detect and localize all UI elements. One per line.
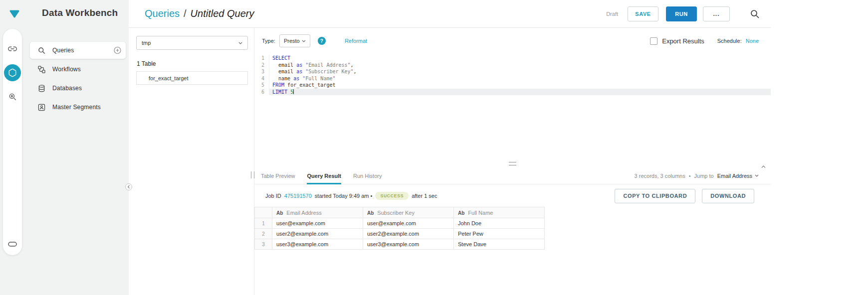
- job-id-label: Job ID: [265, 193, 281, 199]
- console-toggle-icon[interactable]: [8, 242, 17, 247]
- app-window: Data Workbench Queries: [0, 0, 868, 295]
- code-text: LIMIT 5: [269, 89, 771, 96]
- table-cell: user3@example.com: [363, 239, 454, 250]
- top-bar: Queries / Untitled Query Draft SAVE RUN …: [129, 0, 771, 28]
- reformat-link[interactable]: Reformat: [345, 38, 367, 44]
- code-line: 1SELECT: [254, 55, 771, 62]
- breadcrumb: Queries / Untitled Query: [145, 8, 254, 19]
- table-cell: Steve Dave: [454, 239, 545, 250]
- workbench-hexagon-icon[interactable]: [4, 64, 21, 81]
- tab-run-history[interactable]: Run History: [353, 167, 382, 184]
- draft-status-label: Draft: [606, 11, 618, 17]
- sidebar-item-master-segments[interactable]: Master Segments: [30, 99, 126, 116]
- line-number: 3: [254, 68, 269, 75]
- chevron-down-icon: [302, 40, 306, 42]
- new-query-plus-icon[interactable]: [114, 47, 121, 54]
- app-logo-icon[interactable]: [9, 9, 20, 19]
- line-number: 1: [254, 55, 269, 62]
- export-results-checkbox[interactable]: [650, 37, 657, 45]
- results-tabs: Table Preview Query Result Run History 3…: [254, 167, 771, 184]
- sidebar-item-queries[interactable]: Queries: [30, 42, 126, 59]
- table-list-item[interactable]: for_exact_target: [136, 71, 248, 85]
- table-count-label: 1 Table: [137, 60, 156, 67]
- type-label: Type:: [262, 38, 275, 44]
- sidebar-nav: Queries Workflows Databases: [30, 42, 126, 118]
- table-row: 2user2@example.comuser2@example.comPeter…: [255, 229, 545, 239]
- sidebar-item-label: Queries: [52, 47, 74, 54]
- sql-editor[interactable]: 1SELECT2 email as "Email Address",3 emai…: [254, 55, 771, 161]
- jump-to-column-select[interactable]: Email Address: [717, 173, 759, 179]
- save-button[interactable]: SAVE: [628, 6, 658, 21]
- database-select-value: tmp: [142, 40, 151, 46]
- download-button[interactable]: DOWNLOAD: [702, 189, 754, 203]
- database-select[interactable]: tmp: [136, 36, 248, 50]
- export-results-label: Export Results: [662, 37, 704, 45]
- corner-cell: [255, 207, 272, 218]
- code-text: FROM for_exact_target: [269, 82, 771, 89]
- person-card-icon: [38, 104, 45, 111]
- sidebar-item-label: Workflows: [52, 66, 81, 73]
- integrations-link-icon[interactable]: [8, 44, 17, 53]
- engine-select[interactable]: Presto: [279, 34, 310, 47]
- more-options-button[interactable]: ...: [703, 6, 730, 21]
- column-header[interactable]: AbFull Name: [454, 207, 545, 218]
- row-number: 1: [255, 218, 272, 229]
- audit-search-icon[interactable]: [8, 92, 17, 101]
- job-actions: COPY TO CLIPBOARD DOWNLOAD: [615, 189, 754, 203]
- copy-to-clipboard-button[interactable]: COPY TO CLIPBOARD: [615, 189, 695, 203]
- column-label: Email Address: [286, 210, 321, 216]
- breadcrumb-queries-link[interactable]: Queries: [145, 8, 180, 19]
- database-icon: [38, 85, 45, 92]
- table-cell: user@example.com: [363, 218, 454, 229]
- schedule-value-link[interactable]: None: [746, 38, 759, 44]
- top-actions: Draft SAVE RUN ...: [606, 6, 760, 21]
- results-panel: Table Preview Query Result Run History 3…: [254, 165, 771, 295]
- breadcrumb-separator: /: [184, 8, 187, 19]
- sidebar-item-workflows[interactable]: Workflows: [30, 61, 126, 78]
- meta-separator: •: [689, 173, 691, 179]
- success-status-badge: SUCCESS: [375, 192, 409, 200]
- results-resize-handle[interactable]: [251, 171, 254, 178]
- results-meta: 3 records, 3 columns • Jump to Email Add…: [635, 173, 759, 179]
- column-header[interactable]: AbSubscriber Key: [363, 207, 454, 218]
- query-workspace: Type: Presto ? Reformat Export Results S…: [254, 28, 771, 295]
- line-number: 6: [254, 89, 269, 96]
- code-line: 3 email as "Subscriber Key",: [254, 68, 771, 75]
- table-cell: user2@example.com: [363, 229, 454, 239]
- column-header[interactable]: AbEmail Address: [272, 207, 363, 218]
- export-results-group: Export Results Schedule: None: [650, 37, 759, 45]
- job-bar: Job ID 475191570 started Today 9:49 am •…: [254, 188, 771, 203]
- code-text: email as "Email Address",: [269, 62, 771, 69]
- panel-splitter[interactable]: [254, 161, 771, 165]
- code-line: 6LIMIT 5: [254, 89, 771, 96]
- help-icon[interactable]: ?: [318, 37, 326, 45]
- row-number: 3: [255, 239, 272, 250]
- tab-table-preview[interactable]: Table Preview: [261, 167, 295, 184]
- job-id-link[interactable]: 475191570: [284, 193, 312, 199]
- jump-to-column-value: Email Address: [717, 173, 752, 179]
- column-type-icon: Ab: [276, 210, 283, 216]
- drag-handle-icon: [509, 162, 516, 165]
- table-cell: Peter Pew: [454, 229, 545, 239]
- search-icon[interactable]: [750, 9, 760, 19]
- line-number: 2: [254, 62, 269, 69]
- chevron-down-icon: [755, 174, 759, 177]
- job-duration-text: after 1 sec: [412, 193, 437, 199]
- run-button[interactable]: RUN: [666, 6, 697, 21]
- result-rows: 1user@example.comuser@example.comJohn Do…: [255, 218, 545, 250]
- text-cursor: [293, 89, 294, 94]
- sidebar-item-databases[interactable]: Databases: [30, 80, 126, 97]
- records-summary: 3 records, 3 columns: [635, 173, 685, 179]
- table-cell: John Doe: [454, 218, 545, 229]
- chevron-left-icon: [127, 185, 130, 189]
- code-text: name as "Full Name": [269, 75, 771, 82]
- sidebar-collapse-button[interactable]: [125, 183, 132, 190]
- query-title[interactable]: Untitled Query: [191, 8, 254, 19]
- code-text: email as "Subscriber Key",: [269, 68, 771, 75]
- column-type-icon: Ab: [367, 210, 374, 216]
- tab-query-result[interactable]: Query Result: [307, 167, 341, 184]
- sidebar: Data Workbench Queries: [0, 0, 129, 295]
- code-line: 4 name as "Full Name": [254, 75, 771, 82]
- workflow-icon: [38, 66, 45, 73]
- app-title: Data Workbench: [42, 7, 118, 18]
